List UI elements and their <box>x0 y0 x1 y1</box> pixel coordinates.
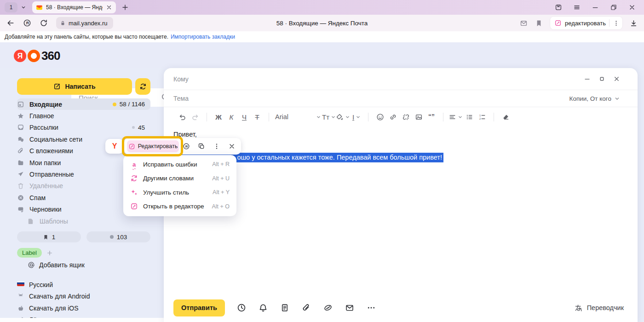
mail-notifier-icon[interactable] <box>520 19 528 27</box>
emoji-icon[interactable] <box>374 110 386 123</box>
underline-button[interactable]: Ч <box>238 110 251 123</box>
ai-edit-button[interactable]: Редактировать <box>127 140 179 152</box>
divider <box>368 113 368 121</box>
bookmarks-bar: Добавляйте на эту панель сайты, которые … <box>0 31 644 42</box>
templates-icon[interactable] <box>274 299 295 316</box>
compose-expand-icon[interactable] <box>598 75 605 82</box>
undo-icon[interactable] <box>176 110 189 123</box>
attach-from-mail-icon[interactable] <box>339 299 360 316</box>
folder-icon <box>17 194 24 201</box>
add-label-icon[interactable] <box>46 250 53 256</box>
cc-from-toggle[interactable]: Копии, От кого <box>569 95 620 102</box>
align-select[interactable] <box>448 110 463 123</box>
send-button[interactable]: Отправить <box>173 299 225 316</box>
ai-edit-label: Редактировать <box>138 143 178 150</box>
menu-item-shortcut: Alt + U <box>212 175 230 182</box>
unread-counter-pill[interactable]: 103 <box>86 231 150 242</box>
import-bookmarks-link[interactable]: Импортировать закладки <box>171 34 235 40</box>
window-minimize-icon[interactable] <box>592 4 599 11</box>
more-actions-icon[interactable] <box>360 299 382 316</box>
message-body[interactable]: Привет, <box>173 131 624 138</box>
font-family-select[interactable]: Arial <box>274 110 322 123</box>
add-mailbox-link[interactable]: Добавить ящик <box>28 261 85 269</box>
browser-menu-icon[interactable] <box>573 4 581 11</box>
italic-button[interactable]: К <box>225 110 238 123</box>
schedule-send-icon[interactable] <box>230 299 252 316</box>
tab-close-icon[interactable] <box>106 4 112 11</box>
yandex-browser-badge[interactable]: Y <box>105 139 124 154</box>
folder-label: Главное <box>29 112 54 120</box>
address-bar[interactable]: mail.yandex.ru <box>56 17 113 29</box>
refresh-mail-button[interactable] <box>135 78 150 95</box>
yandex-360-logo[interactable]: Я 360 <box>14 49 60 63</box>
download-android-link[interactable]: Скачать для Android <box>17 291 90 303</box>
numbered-list-icon[interactable]: 12 <box>476 110 489 123</box>
copy-icon[interactable] <box>196 140 207 152</box>
insert-image-icon[interactable] <box>412 110 425 123</box>
tab-group-chevron-icon[interactable] <box>18 2 29 12</box>
reload-icon[interactable] <box>40 19 48 27</box>
cc-from-label: Копии, От кого <box>569 95 611 102</box>
folder-label: Входящие <box>29 101 62 108</box>
yandex-browser-icon[interactable]: Я <box>23 19 31 27</box>
strikethrough-button[interactable]: Т <box>251 110 264 123</box>
browser-edit-extension-button[interactable]: редактировать <box>550 17 622 29</box>
compose-minimize-icon[interactable] <box>584 75 591 82</box>
attach-file-icon[interactable] <box>295 299 317 316</box>
neuro-assistant-icon[interactable]: Я <box>180 140 192 152</box>
translate-icon <box>574 304 583 312</box>
menu-improve-style[interactable]: Улучшить стиль Alt + Y <box>123 185 236 200</box>
clear-format-icon[interactable] <box>499 110 512 123</box>
back-icon[interactable] <box>6 19 15 27</box>
new-tab-icon[interactable] <box>121 4 129 11</box>
language-link[interactable]: Русский <box>17 279 90 291</box>
insert-link-icon[interactable] <box>386 110 399 123</box>
subject-field[interactable]: Тема <box>173 95 189 102</box>
folder-inbox[interactable]: Входящие 58 / 1146 <box>17 98 150 110</box>
menu-item-shortcut: Alt + R <box>212 161 230 167</box>
menu-open-editor[interactable]: Открыть в редакторе Alt + O <box>123 200 236 214</box>
redo-icon[interactable] <box>189 110 201 123</box>
screen: 1 58 · Входящие — Янде Я mail.yandex.ru … <box>0 0 644 322</box>
compose-close-icon[interactable] <box>613 75 620 82</box>
font-size-select[interactable]: Tт <box>322 110 336 123</box>
footer-link-icon <box>17 281 24 288</box>
window-restore-icon[interactable] <box>610 4 617 11</box>
unread-dot <box>113 103 116 106</box>
label-tag[interactable]: Label <box>17 248 42 258</box>
menu-rephrase[interactable]: Другими словами Alt + U <box>123 172 236 186</box>
reminder-icon[interactable] <box>252 299 274 316</box>
remove-link-icon[interactable] <box>399 110 412 123</box>
menu-item-label: Исправить ошибки <box>143 161 197 168</box>
translator-button[interactable]: Переводчик <box>574 304 624 312</box>
to-row: Кому <box>164 68 638 90</box>
folder-templates[interactable]: Шаблоны <box>17 215 150 227</box>
bookmark-icon[interactable] <box>535 19 543 27</box>
window-close-icon[interactable] <box>628 4 636 11</box>
browser-tab[interactable]: 58 · Входящие — Янде <box>32 1 116 13</box>
text-color-select[interactable]: I <box>350 110 363 123</box>
tab-panel-icon[interactable] <box>555 4 562 11</box>
highlight-color-select[interactable] <box>336 110 350 123</box>
format-toolbar: Ж К Ч Т Arial Tт I <box>164 107 638 126</box>
menu-item-shortcut: Alt + Y <box>213 189 230 196</box>
menu-item-icon: a <box>130 161 138 168</box>
folder-main[interactable]: Главное <box>17 110 150 121</box>
bold-button[interactable]: Ж <box>212 110 225 123</box>
menu-fix-errors[interactable]: a Исправить ошибки Alt + R <box>123 157 236 172</box>
bookmarks-counter-pill[interactable]: 1 <box>17 231 81 242</box>
divider <box>207 113 207 121</box>
edit-pen-icon <box>554 19 562 27</box>
tab-group-button[interactable]: 1 <box>5 2 17 12</box>
more-options-icon[interactable] <box>211 140 223 152</box>
compose-button[interactable]: Написать <box>17 78 132 95</box>
bullet-list-icon[interactable] <box>463 110 476 123</box>
attach-from-disk-icon[interactable] <box>317 299 339 316</box>
folder-newsletters[interactable]: Рассылки 45 <box>17 122 150 133</box>
download-ios-link[interactable]: Скачать для iOS <box>17 302 90 314</box>
close-popup-icon[interactable] <box>226 140 238 152</box>
extension-options-icon[interactable] <box>613 20 620 27</box>
downloads-icon[interactable] <box>630 19 638 27</box>
quote-icon[interactable]: “” <box>425 110 438 123</box>
to-field[interactable]: Кому <box>173 75 189 83</box>
